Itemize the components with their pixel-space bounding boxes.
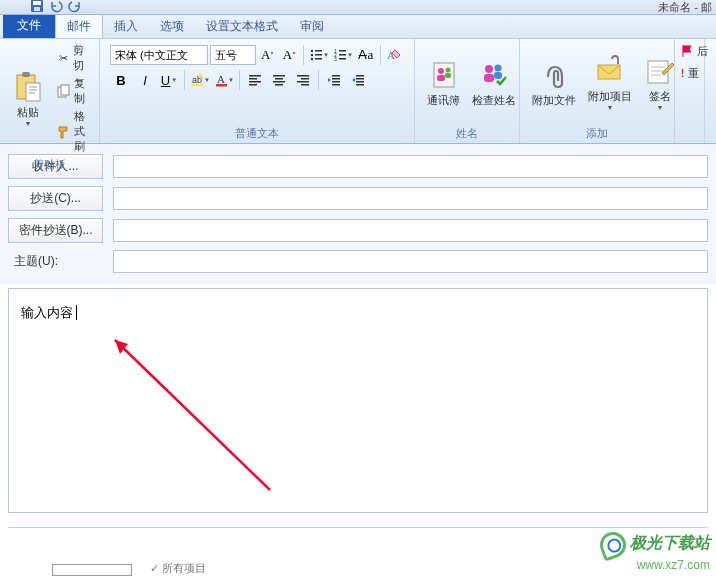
to-input[interactable] [113, 155, 708, 178]
svg-rect-29 [273, 75, 285, 77]
svg-rect-15 [339, 50, 346, 52]
flag-icon [680, 43, 694, 59]
svg-rect-47 [437, 75, 445, 81]
chevron-down-icon: ▼ [657, 104, 664, 111]
redo-icon[interactable] [68, 0, 84, 13]
quick-access-toolbar [30, 0, 84, 13]
group-tags: 后 !重 [675, 39, 705, 143]
svg-rect-27 [249, 81, 261, 83]
svg-rect-9 [315, 50, 322, 52]
subject-input[interactable] [113, 250, 708, 273]
tab-file[interactable]: 文件 [3, 14, 55, 38]
cc-button[interactable]: 抄送(C)... [8, 186, 103, 211]
bcc-button[interactable]: 密件抄送(B)... [8, 218, 103, 243]
svg-point-52 [495, 64, 502, 71]
separator [318, 70, 319, 90]
svg-rect-36 [301, 84, 309, 86]
underline-button[interactable]: U▼ [158, 69, 180, 91]
undo-icon[interactable] [49, 0, 65, 13]
asian-layout-button[interactable]: A̶a [356, 44, 376, 66]
attach-file-label: 附加文件 [532, 93, 576, 108]
copy-icon [57, 83, 71, 99]
bcc-input[interactable] [113, 219, 708, 242]
attach-item-button[interactable]: 附加项目 ▼ [582, 42, 638, 124]
check-names-icon [478, 59, 510, 91]
svg-rect-1 [33, 1, 41, 5]
cc-input[interactable] [113, 187, 708, 210]
paste-label: 粘贴 [17, 105, 39, 120]
font-family-select[interactable] [110, 45, 208, 65]
separator [184, 70, 185, 90]
footer-dropdown[interactable] [52, 564, 132, 576]
increase-indent-button[interactable] [347, 69, 369, 91]
svg-rect-38 [332, 78, 340, 80]
shrink-font-button[interactable]: A˅ [280, 44, 300, 66]
svg-rect-11 [315, 54, 322, 56]
font-color-button[interactable]: A▼ [213, 69, 235, 91]
group-label-clipboard: 剪贴板 [6, 155, 93, 172]
svg-rect-5 [26, 83, 40, 101]
tab-mail[interactable]: 邮件 [55, 13, 103, 38]
svg-point-10 [311, 54, 313, 56]
tab-format[interactable]: 设置文本格式 [195, 14, 289, 38]
svg-rect-13 [315, 58, 322, 60]
brush-icon [57, 124, 71, 140]
svg-rect-28 [249, 84, 257, 86]
clear-format-button[interactable]: A [384, 44, 404, 66]
save-icon[interactable] [30, 0, 46, 13]
group-label-font: 普通文本 [106, 124, 408, 141]
address-book-icon [428, 59, 460, 91]
bullets-button[interactable]: ▼ [308, 44, 330, 66]
decrease-indent-button[interactable] [323, 69, 345, 91]
numbering-button[interactable]: 123▼ [332, 44, 354, 66]
format-painter-button[interactable]: 格式刷 [54, 108, 93, 155]
font-size-select[interactable] [210, 45, 256, 65]
italic-button[interactable]: I [134, 69, 156, 91]
svg-rect-42 [356, 78, 364, 80]
tab-review[interactable]: 审阅 [289, 14, 335, 38]
align-right-button[interactable] [292, 69, 314, 91]
importance-high-icon: ! [680, 65, 685, 81]
grow-font-button[interactable]: A˄ [258, 44, 278, 66]
address-book-button[interactable]: 通讯簿 [421, 42, 466, 124]
copy-button[interactable]: 复制 [54, 75, 93, 107]
svg-point-50 [485, 65, 493, 73]
title-bar: 未命名 - 邮 [0, 0, 716, 15]
check-names-label: 检查姓名 [472, 93, 516, 108]
svg-rect-40 [332, 84, 340, 86]
cut-button[interactable]: ✂剪切 [54, 42, 93, 74]
svg-rect-22 [191, 84, 203, 86]
svg-point-46 [438, 68, 444, 74]
svg-rect-43 [356, 81, 364, 83]
watermark-url: www.xz7.com [600, 558, 710, 572]
follow-up-button[interactable]: 后 [677, 42, 702, 60]
text-cursor [73, 305, 77, 320]
paste-button[interactable]: 粘贴 ▼ [6, 42, 50, 155]
align-left-button[interactable] [244, 69, 266, 91]
attach-file-button[interactable]: 附加文件 [526, 42, 582, 124]
tab-insert[interactable]: 插入 [103, 14, 149, 38]
painter-label: 格式刷 [74, 109, 90, 154]
high-importance-button[interactable]: !重 [677, 64, 702, 82]
svg-rect-30 [275, 78, 283, 80]
svg-rect-34 [301, 78, 309, 80]
check-names-button[interactable]: 检查姓名 [466, 42, 522, 124]
svg-rect-32 [275, 84, 283, 86]
watermark: 极光下载站 www.xz7.com [600, 532, 710, 572]
svg-point-8 [311, 50, 313, 52]
message-body[interactable]: 输入内容 [8, 288, 708, 513]
cut-label: 剪切 [73, 43, 90, 73]
copy-label: 复制 [74, 76, 90, 106]
window-title: 未命名 - 邮 [658, 0, 712, 15]
svg-text:3: 3 [334, 56, 337, 62]
svg-rect-25 [249, 75, 261, 77]
bold-button[interactable]: B [110, 69, 132, 91]
address-book-label: 通讯簿 [427, 93, 460, 108]
svg-rect-44 [356, 84, 364, 86]
highlight-button[interactable]: ab▼ [189, 69, 211, 91]
svg-rect-39 [332, 81, 340, 83]
svg-rect-17 [339, 54, 346, 56]
svg-rect-24 [216, 84, 227, 87]
tab-options[interactable]: 选项 [149, 14, 195, 38]
align-center-button[interactable] [268, 69, 290, 91]
